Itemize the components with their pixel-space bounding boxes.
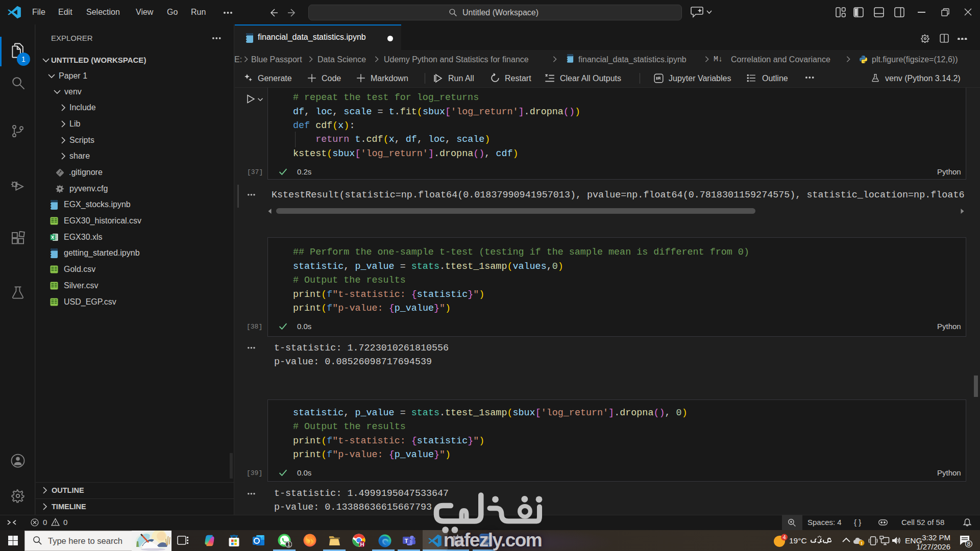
svg-text:H: H (360, 541, 364, 547)
svg-text:4: 4 (782, 534, 786, 540)
svg-text:!: ! (861, 540, 862, 546)
svg-text:8: 8 (967, 541, 970, 547)
svg-text:1: 1 (287, 541, 290, 548)
svg-text:T: T (405, 538, 408, 544)
